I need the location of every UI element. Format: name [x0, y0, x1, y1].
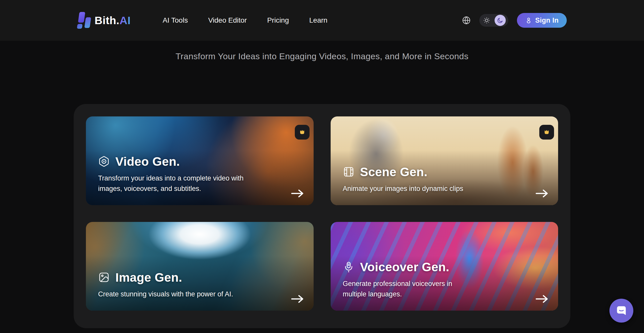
tool-card-scene-gen[interactable]: Scene Gen. Animate your images into dyna… [331, 116, 558, 205]
open-tool-arrow[interactable] [291, 294, 304, 304]
chat-launcher-button[interactable] [609, 299, 633, 323]
bar-chart-logo-icon [76, 12, 92, 29]
microphone-icon [343, 261, 355, 273]
header-controls: Sign In [462, 13, 567, 28]
card-content: Voiceover Gen. Generate professional voi… [331, 222, 558, 311]
page-headline: Transform Your Ideas into Engaging Video… [0, 51, 644, 61]
hexagon-play-icon [98, 156, 110, 167]
open-tool-arrow[interactable] [535, 189, 548, 198]
arrow-right-icon [291, 294, 304, 304]
arrow-right-icon [535, 189, 548, 198]
card-content: Image Gen. Create stunning visuals with … [86, 222, 314, 311]
chat-bubble-smile-icon [616, 305, 627, 316]
brand-logo-text: Bith.AI [95, 14, 131, 27]
arrow-right-icon [535, 294, 548, 304]
open-tool-arrow[interactable] [535, 294, 548, 304]
arrow-right-icon [291, 189, 304, 198]
language-globe-button[interactable] [462, 16, 471, 25]
sign-in-button[interactable]: Sign In [517, 13, 567, 28]
card-description: Generate professional voiceovers in mult… [343, 279, 462, 299]
sign-in-label: Sign In [535, 17, 559, 24]
globe-icon [462, 16, 471, 25]
user-icon [525, 17, 532, 24]
card-description: Create stunning visuals with the power o… [98, 289, 301, 299]
dark-mode-option[interactable] [495, 15, 506, 26]
top-navbar: Bith.AI AI Tools Video Editor Pricing Le… [0, 0, 644, 41]
hero-section: Transform Your Ideas into Engaging Video… [0, 51, 644, 61]
open-tool-arrow[interactable] [291, 189, 304, 198]
card-title: Video Gen. [115, 155, 180, 169]
brand-name-accent: AI [119, 14, 131, 26]
nav-item-pricing[interactable]: Pricing [267, 16, 289, 24]
tool-card-image-gen[interactable]: Image Gen. Create stunning visuals with … [86, 222, 314, 311]
card-description: Transform your ideas into a complete vid… [98, 173, 246, 194]
main-nav: AI Tools Video Editor Pricing Learn [163, 16, 327, 24]
card-content: Video Gen. Transform your ideas into a c… [86, 116, 314, 205]
moon-icon [497, 17, 503, 24]
light-mode-option[interactable] [483, 17, 490, 24]
crown-icon [543, 128, 551, 136]
premium-badge [295, 125, 310, 140]
sun-icon [483, 17, 490, 24]
tool-card-video-gen[interactable]: Video Gen. Transform your ideas into a c… [86, 116, 314, 205]
brand-name-primary: Bith. [95, 14, 119, 26]
theme-toggle[interactable] [479, 14, 508, 27]
crown-icon [298, 128, 306, 136]
card-description: Animate your images into dynamic clips [343, 184, 546, 194]
brand-logo[interactable]: Bith.AI [77, 12, 131, 29]
image-icon [98, 271, 110, 283]
tool-card-voiceover-gen[interactable]: Voiceover Gen. Generate professional voi… [331, 222, 558, 311]
card-title: Image Gen. [115, 270, 182, 284]
nav-item-video-editor[interactable]: Video Editor [208, 16, 247, 24]
tools-panel: Video Gen. Transform your ideas into a c… [74, 104, 570, 328]
nav-item-learn[interactable]: Learn [309, 16, 328, 24]
card-title: Scene Gen. [360, 165, 427, 179]
nav-item-ai-tools[interactable]: AI Tools [163, 16, 188, 24]
premium-badge [539, 125, 554, 140]
card-title: Voiceover Gen. [360, 260, 450, 274]
film-icon [343, 166, 355, 178]
card-content: Scene Gen. Animate your images into dyna… [331, 116, 558, 205]
